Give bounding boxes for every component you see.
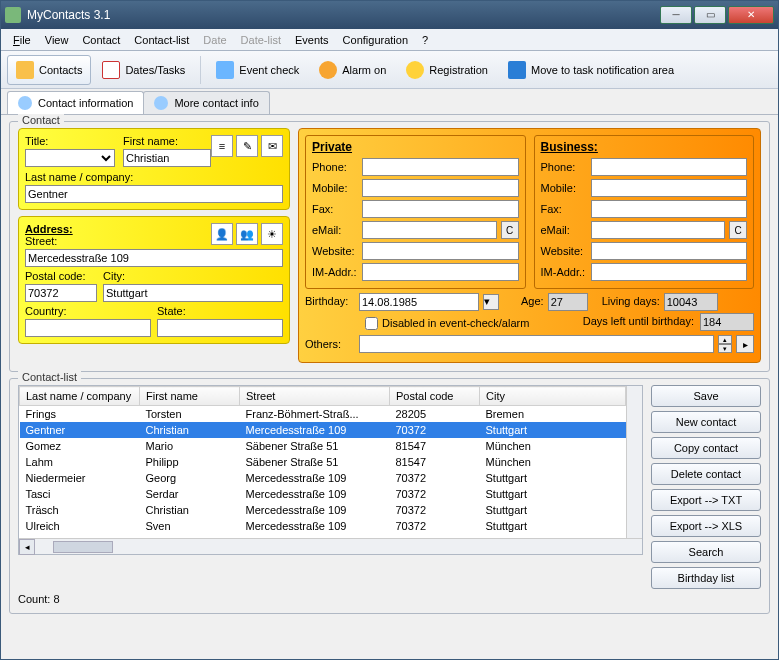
contact-fieldset: Contact ≡ ✎ ✉ Title: <box>9 121 770 372</box>
disabled-checkbox[interactable] <box>365 317 378 330</box>
menu-date-list: Date-list <box>235 32 287 48</box>
state-input[interactable] <box>157 319 283 337</box>
person-icon[interactable]: 👤 <box>211 223 233 245</box>
toolbar-alarm[interactable]: Alarm on <box>310 55 395 85</box>
table-row[interactable]: FringsTorstenFranz-Böhmert-Straß...28205… <box>20 406 626 423</box>
titlebar: MyContacts 3.1 ─ ▭ ✕ <box>1 1 778 29</box>
table-row[interactable]: GentnerChristianMercedesstraße 10970372S… <box>20 422 626 438</box>
title-label: Title: <box>25 135 115 147</box>
toolbar-registration[interactable]: Registration <box>397 55 497 85</box>
tab-contact-info[interactable]: Contact information <box>7 91 144 114</box>
close-button[interactable]: ✕ <box>728 6 774 24</box>
city-label: City: <box>103 270 283 282</box>
address-panel: 👤 👥 ☀ Address: Street: Postal code: <box>18 216 290 344</box>
business-email-clear[interactable]: C <box>729 221 747 239</box>
title-select[interactable] <box>25 149 115 167</box>
business-phone-input[interactable] <box>591 158 748 176</box>
maximize-button[interactable]: ▭ <box>694 6 726 24</box>
country-label: Country: <box>25 305 151 317</box>
menu-view[interactable]: View <box>39 32 75 48</box>
table-row[interactable]: GomezMarioSäbener Straße 5181547München <box>20 438 626 454</box>
private-group: Private Phone: Mobile: Fax: eMail:C Webs… <box>305 135 526 289</box>
col-postal[interactable]: Postal code <box>390 387 480 406</box>
contact-list-fieldset: Contact-list Last name / company First n… <box>9 378 770 614</box>
days-left-value: 184 <box>700 313 754 331</box>
state-label: State: <box>157 305 283 317</box>
menu-contact[interactable]: Contact <box>76 32 126 48</box>
contact-legend: Contact <box>18 114 64 126</box>
toolbar-contacts[interactable]: Contacts <box>7 55 91 85</box>
app-icon <box>5 7 21 23</box>
count-label: Count: 8 <box>18 593 761 605</box>
country-input[interactable] <box>25 319 151 337</box>
toolbar-dates[interactable]: Dates/Tasks <box>93 55 194 85</box>
business-website-input[interactable] <box>591 242 748 260</box>
business-fax-input[interactable] <box>591 200 748 218</box>
notes-icon[interactable]: ≡ <box>211 135 233 157</box>
age-value: 27 <box>548 293 588 311</box>
table-row[interactable]: NiedermeierGeorgMercedesstraße 10970372S… <box>20 470 626 486</box>
tab-more-info[interactable]: More contact info <box>143 91 269 114</box>
menu-help[interactable]: ? <box>416 32 434 48</box>
street-input[interactable] <box>25 249 283 267</box>
postal-label: Postal code: <box>25 270 97 282</box>
first-name-label: First name: <box>123 135 211 147</box>
birthday-input[interactable] <box>359 293 479 311</box>
copy-contact-button[interactable]: Copy contact <box>651 437 761 459</box>
business-email-input[interactable] <box>591 221 726 239</box>
mail-icon[interactable]: ✉ <box>261 135 283 157</box>
datepicker-icon[interactable]: ▾ <box>483 294 499 310</box>
private-business-panel: Private Phone: Mobile: Fax: eMail:C Webs… <box>298 128 761 363</box>
sun-icon[interactable]: ☀ <box>261 223 283 245</box>
table-row[interactable]: TasciSerdarMercedesstraße 10970372Stuttg… <box>20 486 626 502</box>
new-contact-button[interactable]: New contact <box>651 411 761 433</box>
contact-table: Last name / company First name Street Po… <box>18 385 643 555</box>
private-website-input[interactable] <box>362 242 519 260</box>
table-row[interactable]: TräschChristianMercedesstraße 10970372St… <box>20 502 626 518</box>
col-street[interactable]: Street <box>240 387 390 406</box>
private-email-clear[interactable]: C <box>501 221 519 239</box>
first-name-input[interactable] <box>123 149 211 167</box>
age-label: Age: <box>521 295 544 307</box>
card-icon[interactable]: ✎ <box>236 135 258 157</box>
toolbar-move-task[interactable]: Move to task notification area <box>499 55 683 85</box>
menu-file[interactable]: File <box>7 32 37 48</box>
tabstrip: Contact information More contact info <box>1 89 778 115</box>
col-last[interactable]: Last name / company <box>20 387 140 406</box>
others-next[interactable]: ▸ <box>736 335 754 353</box>
days-left-label: Days left until birthday: <box>583 315 694 327</box>
others-spinner[interactable]: ▴▾ <box>718 335 732 353</box>
table-row[interactable]: LahmPhilippSäbener Straße 5181547München <box>20 454 626 470</box>
private-email-input[interactable] <box>362 221 497 239</box>
menu-events[interactable]: Events <box>289 32 335 48</box>
business-mobile-input[interactable] <box>591 179 748 197</box>
city-input[interactable] <box>103 284 283 302</box>
vertical-scrollbar[interactable] <box>626 386 642 538</box>
people-icon[interactable]: 👥 <box>236 223 258 245</box>
delete-contact-button[interactable]: Delete contact <box>651 463 761 485</box>
col-city[interactable]: City <box>480 387 626 406</box>
search-button[interactable]: Search <box>651 541 761 563</box>
birthday-list-button[interactable]: Birthday list <box>651 567 761 589</box>
table-row[interactable]: UlreichSvenMercedesstraße 10970372Stuttg… <box>20 518 626 534</box>
business-im-input[interactable] <box>591 263 748 281</box>
private-im-input[interactable] <box>362 263 519 281</box>
horizontal-scrollbar[interactable]: ◂ <box>19 538 642 554</box>
export-xls-button[interactable]: Export --> XLS <box>651 515 761 537</box>
export-txt-button[interactable]: Export --> TXT <box>651 489 761 511</box>
save-button[interactable]: Save <box>651 385 761 407</box>
toolbar: Contacts Dates/Tasks Event check Alarm o… <box>1 51 778 89</box>
private-mobile-input[interactable] <box>362 179 519 197</box>
last-name-input[interactable] <box>25 185 283 203</box>
toolbar-event-check[interactable]: Event check <box>207 55 308 85</box>
postal-input[interactable] <box>25 284 97 302</box>
others-input[interactable] <box>359 335 714 353</box>
private-fax-input[interactable] <box>362 200 519 218</box>
private-phone-input[interactable] <box>362 158 519 176</box>
minimize-button[interactable]: ─ <box>660 6 692 24</box>
menubar: File View Contact Contact-list Date Date… <box>1 29 778 51</box>
last-name-label: Last name / company: <box>25 171 283 183</box>
col-first[interactable]: First name <box>140 387 240 406</box>
menu-contact-list[interactable]: Contact-list <box>128 32 195 48</box>
menu-configuration[interactable]: Configuration <box>337 32 414 48</box>
